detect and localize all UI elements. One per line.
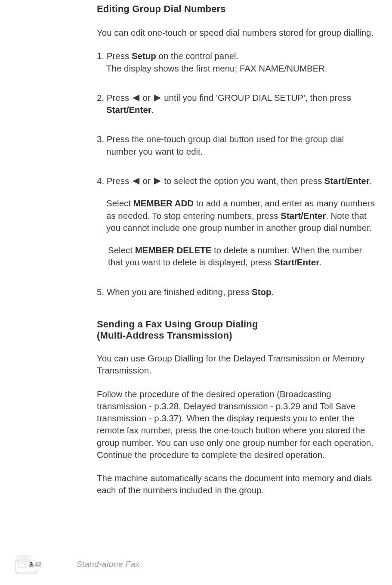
text: or bbox=[140, 93, 153, 103]
text: Select bbox=[106, 198, 133, 208]
start-enter-bold: Start/Enter bbox=[281, 211, 326, 221]
page-content: Editing Group Dial Numbers You can edit … bbox=[0, 3, 392, 497]
svg-rect-4 bbox=[18, 563, 26, 568]
step-1-cont: The display shows the first menu; FAX NA… bbox=[97, 62, 379, 75]
send-paragraph-1: You can use Group Dialling for the Delay… bbox=[97, 352, 379, 377]
heading-sending-fax-group: Sending a Fax Using Group Dialing (Multi… bbox=[97, 319, 379, 341]
footer-label: Stand-alone Fax bbox=[77, 560, 140, 569]
text: to select the option you want, then pres… bbox=[162, 176, 324, 186]
text: on the control panel. bbox=[156, 51, 238, 61]
text: 4. Press bbox=[97, 176, 132, 186]
text: or bbox=[140, 176, 153, 186]
text: . bbox=[370, 176, 372, 186]
step-3-cont: number you want to edit. bbox=[97, 146, 379, 158]
member-add-bold: MEMBER ADD bbox=[133, 198, 194, 208]
left-arrow-icon: ◀ bbox=[133, 174, 139, 187]
text: . bbox=[272, 287, 274, 297]
step-4-member-add: Select MEMBER ADD to add a number, and e… bbox=[97, 197, 379, 234]
text: Select bbox=[108, 245, 135, 255]
setup-bold: Setup bbox=[132, 51, 156, 61]
start-enter-bold: Start/Enter bbox=[324, 176, 370, 186]
send-paragraph-3: The machine automatically scans the docu… bbox=[97, 472, 379, 497]
text: 2. Press bbox=[97, 93, 132, 103]
step-2-line1: 2. Press ◀ or ▶ until you find 'GROUP DI… bbox=[97, 93, 351, 103]
step-5-line1: 5. When you are finished editing, press … bbox=[97, 287, 274, 297]
heading-editing-group-dial: Editing Group Dial Numbers bbox=[97, 3, 379, 15]
right-arrow-icon: ▶ bbox=[154, 91, 161, 103]
step-3-line1: 3. Press the one-touch group dial button… bbox=[97, 134, 344, 144]
text: 5. When you are finished editing, press bbox=[97, 287, 252, 297]
page-sub: .42 bbox=[33, 560, 42, 568]
step-3: 3. Press the one-touch group dial button… bbox=[97, 133, 379, 158]
right-arrow-icon: ▶ bbox=[154, 174, 161, 187]
text: 1. Press bbox=[97, 51, 132, 61]
intro-paragraph: You can edit one-touch or speed dial num… bbox=[97, 27, 379, 39]
step-5: 5. When you are finished editing, press … bbox=[97, 286, 379, 298]
page-number: 3.42 bbox=[29, 560, 42, 568]
send-paragraph-2: Follow the procedure of the desired oper… bbox=[97, 388, 379, 461]
step-2-cont: Start/Enter. bbox=[97, 104, 379, 116]
step-4-line1: 4. Press ◀ or ▶ to select the option you… bbox=[97, 176, 372, 186]
step-2: 2. Press ◀ or ▶ until you find 'GROUP DI… bbox=[97, 92, 379, 116]
page-footer: 3.42 Stand-alone Fax bbox=[13, 553, 140, 576]
step-4-member-delete: Select MEMBER DELETE to delete a number.… bbox=[97, 244, 379, 269]
heading-line2: (Multi-Address Transmission) bbox=[97, 330, 379, 341]
stop-bold: Stop bbox=[252, 287, 272, 297]
start-enter-bold: Start/Enter bbox=[274, 257, 319, 267]
text: until you find 'GROUP DIAL SETUP', then … bbox=[162, 93, 352, 103]
step-1-line1: 1. Press Setup on the control panel. bbox=[97, 51, 238, 61]
heading-line1: Sending a Fax Using Group Dialing bbox=[97, 319, 379, 330]
text: . bbox=[319, 257, 322, 267]
start-enter-bold: Start/Enter bbox=[106, 105, 151, 115]
step-4: 4. Press ◀ or ▶ to select the option you… bbox=[97, 175, 379, 269]
step-1: 1. Press Setup on the control panel. The… bbox=[97, 50, 379, 75]
text: . bbox=[151, 105, 154, 115]
svg-rect-9 bbox=[16, 572, 36, 574]
member-delete-bold: MEMBER DELETE bbox=[135, 245, 212, 255]
left-arrow-icon: ◀ bbox=[133, 91, 139, 103]
